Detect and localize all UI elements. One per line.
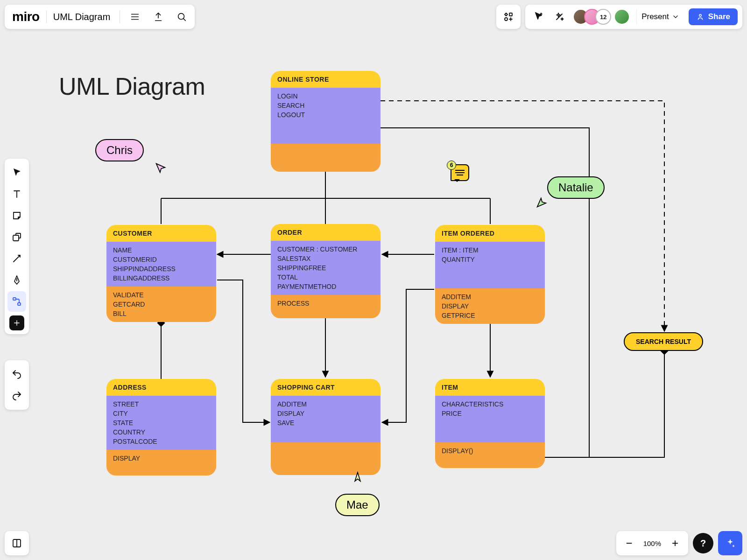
uml-row: DISPLAY bbox=[442, 301, 538, 311]
comment-count-badge: 6 bbox=[447, 161, 456, 170]
uml-row: BILL bbox=[113, 309, 210, 318]
uml-row: SHIPPINGFREE bbox=[277, 263, 374, 273]
uml-methods: DISPLAY() bbox=[435, 442, 545, 468]
cursor-label-mae: Mae bbox=[335, 494, 380, 516]
uml-title: CUSTOMER bbox=[106, 225, 216, 242]
cursor-label-chris: Chris bbox=[95, 139, 144, 161]
uml-class-address[interactable]: ADDRESS STREETCITYSTATECOUNTRYPOSTALCODE… bbox=[106, 379, 216, 476]
uml-row: LOGOUT bbox=[277, 110, 374, 119]
uml-row: TOTAL bbox=[277, 273, 374, 282]
uml-title: ITEM ORDERED bbox=[435, 225, 545, 242]
uml-row: NAME bbox=[113, 245, 210, 255]
uml-row: BILLINGADDRESS bbox=[113, 273, 210, 283]
cursor-pointer-icon bbox=[351, 471, 364, 486]
uml-title: ITEM bbox=[435, 379, 545, 396]
uml-attributes: ITEM : ITEMQUANTITY bbox=[435, 242, 545, 288]
uml-title: ONLINE STORE bbox=[271, 71, 381, 88]
uml-row: ITEM : ITEM bbox=[442, 245, 538, 255]
uml-title: ADDRESS bbox=[106, 379, 216, 396]
uml-methods: VALIDATEGETCARDBILL bbox=[106, 287, 216, 322]
uml-attributes: CHARACTERISTICSPRICE bbox=[435, 396, 545, 442]
uml-attributes: STREETCITYSTATECOUNTRYPOSTALCODE bbox=[106, 396, 216, 450]
uml-row: DISPLAY() bbox=[442, 446, 538, 455]
uml-row: GETPRICE bbox=[442, 311, 538, 320]
uml-attributes: LOGINSEARCHLOGOUT bbox=[271, 88, 381, 144]
uml-attributes: NAMECUSTOMERIDSHIPPINDADDRESSBILLINGADDR… bbox=[106, 242, 216, 287]
uml-row: SHIPPINDADDRESS bbox=[113, 264, 210, 273]
uml-row: PRICE bbox=[442, 409, 538, 418]
uml-row: VALIDATE bbox=[113, 290, 210, 300]
uml-class-order[interactable]: ORDER CUSTOMER : CUSTOMERSALESTAXSHIPPIN… bbox=[271, 224, 381, 318]
uml-methods: PROCESS bbox=[271, 295, 381, 318]
comment-thread-icon[interactable]: 6 bbox=[451, 164, 469, 181]
uml-row: CUSTOMERID bbox=[113, 255, 210, 264]
uml-methods: ADDITEMDISPLAYGETPRICE bbox=[435, 288, 545, 324]
uml-row: SEARCH bbox=[277, 101, 374, 110]
uml-row: GETCARD bbox=[113, 300, 210, 309]
page-title: UML Diagram bbox=[59, 72, 205, 100]
cursor-pointer-icon bbox=[535, 196, 548, 211]
uml-class-search-result[interactable]: SEARCH RESULT bbox=[624, 332, 703, 351]
uml-row: DISPLAY bbox=[113, 454, 210, 463]
cursor-label-natalie: Natalie bbox=[547, 176, 605, 199]
uml-attributes: CUSTOMER : CUSTOMERSALESTAXSHIPPINGFREET… bbox=[271, 241, 381, 295]
uml-row: DISPLAY bbox=[277, 409, 374, 418]
uml-row: PAYMENTMETHOD bbox=[277, 282, 374, 291]
uml-class-shopping-cart[interactable]: SHOPPING CART ADDITEMDISPLAYSAVE bbox=[271, 379, 381, 475]
uml-row: COUNTRY bbox=[113, 427, 210, 437]
uml-methods: DISPLAY bbox=[106, 450, 216, 476]
uml-row: SALESTAX bbox=[277, 254, 374, 263]
uml-methods bbox=[271, 144, 381, 172]
canvas[interactable]: UML Diagram bbox=[0, 0, 747, 560]
uml-row: STATE bbox=[113, 418, 210, 427]
uml-methods bbox=[271, 442, 381, 475]
uml-row: CITY bbox=[113, 409, 210, 418]
uml-row: QUANTITY bbox=[442, 255, 538, 264]
uml-row: STREET bbox=[113, 399, 210, 409]
uml-title: SHOPPING CART bbox=[271, 379, 381, 396]
uml-title: ORDER bbox=[271, 224, 381, 241]
uml-class-item-ordered[interactable]: ITEM ORDERED ITEM : ITEMQUANTITY ADDITEM… bbox=[435, 225, 545, 324]
uml-row: CHARACTERISTICS bbox=[442, 399, 538, 409]
uml-class-item[interactable]: ITEM CHARACTERISTICSPRICE DISPLAY() bbox=[435, 379, 545, 468]
uml-row: CUSTOMER : CUSTOMER bbox=[277, 245, 374, 254]
cursor-pointer-icon bbox=[154, 161, 167, 176]
uml-attributes: ADDITEMDISPLAYSAVE bbox=[271, 396, 381, 442]
uml-row: ADDITEM bbox=[442, 292, 538, 301]
uml-class-online-store[interactable]: ONLINE STORE LOGINSEARCHLOGOUT bbox=[271, 71, 381, 172]
uml-row: LOGIN bbox=[277, 91, 374, 101]
uml-row: POSTALCODE bbox=[113, 437, 210, 446]
uml-row: ADDITEM bbox=[277, 399, 374, 409]
uml-row: PROCESS bbox=[277, 299, 374, 308]
uml-row: SAVE bbox=[277, 418, 374, 427]
uml-class-customer[interactable]: CUSTOMER NAMECUSTOMERIDSHIPPINDADDRESSBI… bbox=[106, 225, 216, 322]
